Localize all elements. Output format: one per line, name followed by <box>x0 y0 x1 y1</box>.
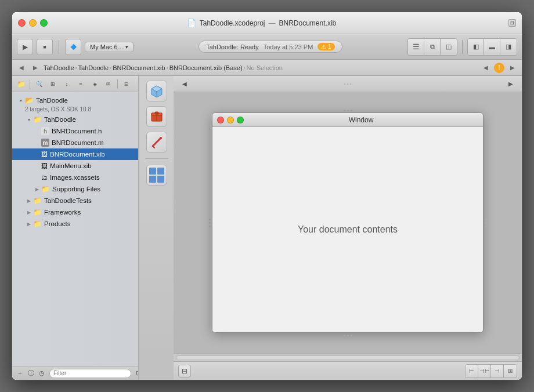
sidebar-view-btn[interactable]: ⊟ <box>120 78 133 90</box>
frameworks-label: Frameworks <box>44 209 81 216</box>
object-sidebar <box>139 76 174 380</box>
size-btn[interactable]: ⊞ <box>504 365 517 378</box>
resize-handle-top[interactable] <box>207 108 488 112</box>
box-icon[interactable] <box>146 106 167 127</box>
minimize-button[interactable] <box>29 19 37 27</box>
zoom-button[interactable] <box>40 19 48 27</box>
bnrdoc-h-label: BNRDocument.h <box>52 128 102 135</box>
sidebar-item-products[interactable]: ▶ 📁 Products <box>12 218 138 230</box>
sidebar-item-bnrdoc-h[interactable]: h BNRDocument.h <box>12 125 138 137</box>
nav-forward[interactable]: ▶ <box>30 62 41 74</box>
obj-separator <box>145 158 168 159</box>
sidebar-history-btn[interactable]: ◷ <box>39 369 45 378</box>
resize-handle-bottom[interactable] <box>207 333 488 337</box>
utilities-toggle[interactable]: ◨ <box>500 39 517 55</box>
mainmenu-icon: 🖼 <box>41 162 48 169</box>
stop-button[interactable]: ■ <box>37 39 53 55</box>
sidebar-toolbar: 📁 🔍 ⊞ ↕ ≡ ◈ ✉ ⊟ <box>12 76 138 92</box>
ib-canvas-area: ◀ • • • ▶ <box>139 76 522 380</box>
align-center-btn[interactable]: ⊣⊢ <box>478 365 491 378</box>
pencil-icon[interactable] <box>146 132 167 153</box>
close-button[interactable] <box>18 19 26 27</box>
run-button[interactable]: ▶ <box>17 39 33 55</box>
canvas-bottom-bar: ⊟ ⊢ ⊣⊢ ⊣ ⊞ <box>174 361 522 380</box>
nav-warn-icon: ! <box>494 63 504 73</box>
title-project: TahDoodle.xcodeproj <box>200 19 265 27</box>
frameworks-folder-icon: 📁 <box>33 208 42 216</box>
bc-project[interactable]: TahDoodle <box>44 64 74 71</box>
panel-view-group: ◧ ▬ ◨ <box>467 38 517 56</box>
sidebar-item-bnrdoc-xib[interactable]: 🖼 BNRDocument.xib <box>12 148 138 160</box>
title-file-icon: 📄 <box>187 19 196 27</box>
sidebar-item-tahdoodle-root[interactable]: ▾ 📂 TahDoodle <box>12 95 138 106</box>
xib-file-icon: 🖼 <box>41 151 48 158</box>
sim-content-text: Your document contents <box>298 224 398 235</box>
add-file-button[interactable]: ＋ <box>17 369 23 378</box>
sidebar-git-btn[interactable]: ↕ <box>60 78 73 90</box>
nav-back[interactable]: ◀ <box>16 62 27 74</box>
sidebar-breakpoint-btn[interactable]: ◈ <box>88 78 101 90</box>
canvas-area[interactable]: Window Your document contents <box>174 92 522 353</box>
assistant-editor-button[interactable]: ⧉ <box>424 39 441 55</box>
document-outline-btn[interactable]: ⊟ <box>178 365 191 378</box>
ib-toolbar: ◀ • • • ▶ <box>174 76 522 92</box>
cube-icon[interactable] <box>146 81 167 101</box>
status-label: TahDoodle: Ready <box>206 43 259 50</box>
align-left-btn[interactable]: ⊢ <box>466 365 478 378</box>
toolbar-separator-1 <box>59 40 59 54</box>
sidebar-item-bnrdoc-m[interactable]: m BNRDocument.m <box>12 137 138 148</box>
sidebar-content: ▾ 📂 TahDoodle 2 targets, OS X SDK 10.8 ▾… <box>12 92 138 366</box>
sidebar-search-btn[interactable]: 🔍 <box>33 78 45 90</box>
h-file-icon: h <box>41 127 49 135</box>
ib-back-btn[interactable]: ◀ <box>178 78 191 90</box>
tree-toggle-supporting: ▶ <box>33 187 41 192</box>
breadcrumb: TahDoodle › TahDoodle › BNRDocument.xib … <box>44 64 283 71</box>
navigator-toggle[interactable]: ◧ <box>468 39 484 55</box>
sim-minimize[interactable] <box>227 117 234 124</box>
toolbar-status: TahDoodle: Ready Today at 5:23 PM ⚠ 1 <box>137 41 404 53</box>
align-right-btn[interactable]: ⊣ <box>491 365 504 378</box>
bc-base[interactable]: BNRDocument.xib (Base) <box>169 64 243 71</box>
bc-chevron-1: › <box>75 65 77 71</box>
sidebar-item-images[interactable]: 🗂 Images.xcassets <box>12 172 138 183</box>
ib-forward-btn[interactable]: ▶ <box>504 78 517 90</box>
project-subtitle: 2 targets, OS X SDK 10.8 <box>12 106 138 114</box>
sidebar-item-tahdoodletests[interactable]: ▶ 📁 TahDoodleTests <box>12 195 138 206</box>
scrollbar-track[interactable] <box>176 355 519 360</box>
sidebar-item-supporting-files[interactable]: ▶ 📁 Supporting Files <box>12 183 138 195</box>
sidebar-info-btn[interactable]: ⓘ <box>28 369 34 378</box>
sim-close[interactable] <box>217 117 224 124</box>
sidebar-filter-btn[interactable]: ⊞ <box>46 78 59 90</box>
sidebar-folder-btn[interactable]: 📁 <box>15 78 27 90</box>
sidebar-report-btn[interactable]: ✉ <box>102 78 115 90</box>
canvas-dots-1: • • • <box>344 81 352 86</box>
products-label: Products <box>44 220 70 227</box>
nav-back-2[interactable]: ◀ <box>480 62 492 74</box>
grid-icon[interactable] <box>146 165 167 186</box>
bc-file[interactable]: BNRDocument.xib <box>113 64 165 71</box>
warning-badge[interactable]: ⚠ 1 <box>317 43 334 50</box>
sidebar-bottom: ＋ ⓘ ◷ ⊡ <box>12 366 138 380</box>
bc-group[interactable]: TahDoodle <box>78 64 109 71</box>
standard-editor-button[interactable]: ☰ <box>408 39 424 55</box>
scheme-selector[interactable]: My Mac 6... ▾ <box>85 42 134 52</box>
toolbar-right: ☰ ⧉ ◫ ◧ ▬ ◨ <box>407 38 517 56</box>
sidebar-item-frameworks[interactable]: ▶ 📁 Frameworks <box>12 206 138 218</box>
horizontal-scrollbar[interactable] <box>174 353 522 361</box>
nav-forward-2[interactable]: ▶ <box>507 62 518 74</box>
sidebar-filter-input[interactable] <box>49 369 131 378</box>
version-editor-button[interactable]: ◫ <box>441 39 457 55</box>
sidebar-item-mainmenu-xib[interactable]: 🖼 MainMenu.xib <box>12 160 138 172</box>
xcode-window: 📄 TahDoodle.xcodeproj — BNRDocument.xib … <box>12 12 522 380</box>
tree-toggle-root: ▾ <box>17 98 25 103</box>
sidebar-recent-btn[interactable]: ≡ <box>74 78 87 90</box>
debug-toggle[interactable]: ▬ <box>484 39 500 55</box>
tahdoodletests-label: TahDoodleTests <box>44 197 92 204</box>
sidebar-item-tahdoodle-group[interactable]: ▾ 📁 TahDoodle <box>12 114 138 125</box>
resize-dots-top <box>344 110 352 111</box>
collapse-button[interactable]: ⊟ <box>508 19 516 27</box>
resize-handle-left[interactable] <box>207 112 212 333</box>
resize-handle-right[interactable] <box>484 112 488 333</box>
traffic-lights <box>18 19 48 27</box>
sim-zoom[interactable] <box>237 117 244 124</box>
